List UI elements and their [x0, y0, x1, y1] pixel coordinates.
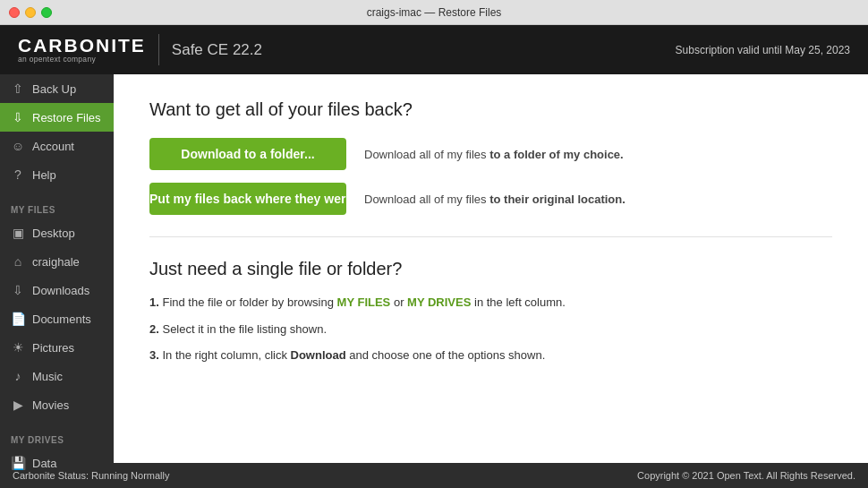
minimize-button[interactable] — [25, 7, 36, 18]
my-drives-section-label: MY DRIVES — [0, 426, 114, 449]
sidebar-item-craighale[interactable]: ⌂ craighale — [0, 247, 114, 276]
sidebar-item-downloads[interactable]: ⇩ Downloads — [0, 276, 114, 304]
section-divider — [149, 236, 832, 237]
original-desc-pre: Download all of my files — [364, 193, 489, 206]
download-folder-row: Download to a folder... Download all of … — [149, 138, 832, 170]
sidebar: ⇧ Back Up ⇩ Restore Files ☺ Account ? He… — [0, 74, 114, 463]
sidebar-item-music[interactable]: ♪ Music — [0, 362, 114, 390]
sidebar-item-downloads-label: Downloads — [32, 284, 89, 297]
sidebar-item-help-label: Help — [32, 168, 56, 182]
step-1-mid: or — [390, 295, 407, 309]
step-3-post: and choose one of the options shown. — [346, 348, 546, 362]
window-title: craigs-imac — Restore Files — [367, 6, 502, 19]
sidebar-item-documents-label: Documents — [32, 312, 91, 326]
main-layout: ⇧ Back Up ⇩ Restore Files ☺ Account ? He… — [0, 74, 868, 463]
content-area: Want to get all of your files back? Down… — [114, 74, 868, 463]
step-2: 2. Select it in the file listing shown. — [149, 321, 832, 338]
desktop-icon: ▣ — [11, 226, 25, 240]
account-icon: ☺ — [11, 139, 25, 153]
sidebar-item-account-label: Account — [32, 140, 74, 153]
sidebar-item-desktop[interactable]: ▣ Desktop — [0, 218, 114, 247]
statusbar: Carbonite Status: Running Normally Copyr… — [0, 463, 868, 488]
step-3-bold: Download — [291, 348, 346, 362]
header-divider — [158, 34, 159, 65]
close-button[interactable] — [9, 7, 20, 18]
my-drives-link[interactable]: MY DRIVES — [407, 295, 471, 309]
movies-icon: ▶ — [11, 398, 25, 412]
traffic-lights — [9, 7, 52, 18]
sidebar-item-pictures-label: Pictures — [32, 341, 74, 355]
music-icon: ♪ — [11, 369, 25, 383]
restore-original-button[interactable]: Put my files back where they were — [149, 183, 346, 215]
sidebar-item-backup[interactable]: ⇧ Back Up — [0, 74, 114, 103]
step-3: 3. In the right column, click Download a… — [149, 347, 832, 364]
restore-icon: ⇩ — [11, 110, 25, 124]
step-3-pre: In the right column, click — [162, 348, 290, 362]
step-2-number: 2. — [149, 322, 159, 336]
sidebar-item-music-label: Music — [32, 370, 63, 383]
my-files-section-label: MY FILES — [0, 196, 114, 218]
fullscreen-button[interactable] — [41, 7, 52, 18]
sidebar-item-movies-label: Movies — [32, 398, 69, 412]
downloads-icon: ⇩ — [11, 283, 25, 297]
step-1-pre: Find the file or folder by browsing — [162, 295, 336, 309]
my-files-link[interactable]: MY FILES — [337, 295, 391, 309]
step-1: 1. Find the file or folder by browsing M… — [149, 294, 832, 312]
help-icon: ? — [11, 167, 25, 182]
logo-subtext: an opentext company — [18, 56, 146, 64]
pictures-icon: ☀ — [11, 340, 25, 355]
sidebar-item-restore[interactable]: ⇩ Restore Files — [0, 103, 114, 132]
home-icon: ⌂ — [11, 254, 25, 269]
single-file-title: Just need a single file or folder? — [149, 259, 832, 279]
titlebar: craigs-imac — Restore Files — [0, 0, 868, 25]
step-1-post: in the left column. — [471, 295, 566, 309]
header: CARBONITE an opentext company Safe CE 22… — [0, 25, 868, 74]
subscription-info: Subscription valid until May 25, 2023 — [676, 44, 850, 56]
original-location-desc: Download all of my files to their origin… — [364, 193, 625, 206]
download-folder-desc-pre: Download all of my files — [364, 148, 489, 161]
documents-icon: 📄 — [11, 312, 25, 326]
step-2-text: Select it in the file listing shown. — [162, 322, 327, 336]
sidebar-item-craighale-label: craighale — [32, 255, 80, 269]
logo-text: CARBONITE — [18, 36, 146, 55]
step-1-number: 1. — [149, 295, 159, 309]
sidebar-item-desktop-label: Desktop — [32, 227, 75, 240]
header-left: CARBONITE an opentext company Safe CE 22… — [18, 34, 262, 65]
data-icon: 💾 — [11, 456, 25, 470]
download-folder-desc: Download all of my files to a folder of … — [364, 148, 624, 161]
logo: CARBONITE an opentext company — [18, 36, 146, 64]
download-to-folder-button[interactable]: Download to a folder... — [149, 138, 346, 170]
product-name: Safe CE 22.2 — [172, 41, 262, 59]
statusbar-left: Carbonite Status: Running Normally — [13, 470, 169, 481]
download-folder-desc-bold: to a folder of my choice. — [489, 148, 624, 161]
original-desc-bold: to their original location. — [489, 193, 625, 206]
sidebar-item-movies[interactable]: ▶ Movies — [0, 390, 114, 419]
sidebar-item-backup-label: Back Up — [32, 82, 76, 96]
original-location-row: Put my files back where they were Downlo… — [149, 183, 832, 215]
statusbar-right: Copyright © 2021 Open Text. All Rights R… — [637, 470, 855, 481]
sidebar-item-account[interactable]: ☺ Account — [0, 132, 114, 160]
sidebar-item-documents[interactable]: 📄 Documents — [0, 304, 114, 333]
sidebar-item-help[interactable]: ? Help — [0, 160, 114, 189]
sidebar-item-restore-label: Restore Files — [32, 111, 101, 124]
all-files-title: Want to get all of your files back? — [149, 99, 832, 120]
step-3-number: 3. — [149, 348, 159, 362]
sidebar-item-data-label: Data — [32, 457, 56, 470]
backup-icon: ⇧ — [11, 81, 25, 96]
sidebar-item-pictures[interactable]: ☀ Pictures — [0, 333, 114, 362]
